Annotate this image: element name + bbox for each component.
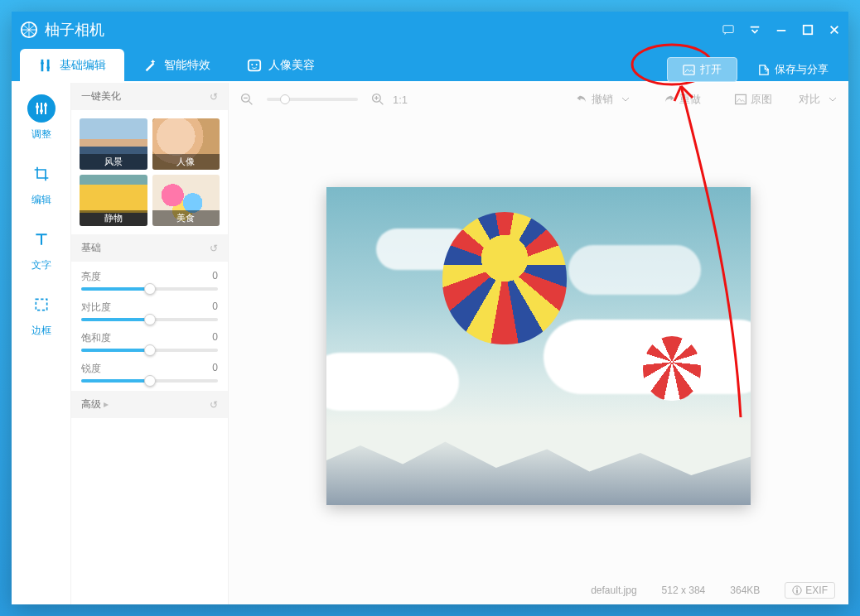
close-icon[interactable] <box>829 24 840 36</box>
open-button[interactable]: 打开 <box>667 57 737 82</box>
preset-food[interactable]: 美食 <box>152 175 220 226</box>
nav-label: 编辑 <box>31 193 51 207</box>
svg-rect-21 <box>797 588 798 589</box>
exif-label: EXIF <box>805 585 828 596</box>
left-nav: 调整 编辑 文字 边框 <box>12 83 71 604</box>
app-logo-icon <box>20 21 38 39</box>
canvas[interactable] <box>229 116 848 576</box>
window-controls <box>722 24 840 36</box>
slider-value: 0 <box>212 362 218 376</box>
svg-rect-4 <box>41 60 44 71</box>
chat-icon[interactable] <box>722 24 734 36</box>
svg-rect-15 <box>36 299 46 310</box>
open-button-label: 打开 <box>700 62 722 77</box>
svg-point-6 <box>41 62 44 65</box>
save-share-label: 保存与分享 <box>775 62 829 77</box>
nav-adjust[interactable]: 调整 <box>27 94 56 142</box>
slider-thumb[interactable] <box>144 375 156 387</box>
original-button[interactable]: 原图 <box>734 92 772 107</box>
svg-point-9 <box>251 64 253 65</box>
undo-button[interactable]: 撤销 <box>575 92 613 107</box>
zoom-out-button[interactable] <box>240 93 254 106</box>
current-image <box>326 187 751 505</box>
nav-edit[interactable]: 编辑 <box>27 160 56 207</box>
section-basic[interactable]: 基础 ↺ <box>71 234 228 262</box>
compare-button[interactable]: 对比 <box>799 92 820 107</box>
exif-button[interactable]: EXIF <box>785 582 835 599</box>
body: 调整 编辑 文字 边框 一键美化 ↺ 风景 人像 <box>12 83 848 604</box>
status-filesize: 364KB <box>730 585 760 596</box>
frame-icon <box>27 291 56 319</box>
slider-label: 饱和度 <box>81 331 111 345</box>
preset-still[interactable]: 静物 <box>80 175 147 226</box>
tab-basic-edit[interactable]: 基础编辑 <box>20 49 124 82</box>
svg-rect-3 <box>804 26 813 35</box>
svg-point-13 <box>40 109 43 113</box>
canvas-area: 1:1 撤销 重做 原图 对比 <box>229 83 848 604</box>
slider-thumb[interactable] <box>144 283 156 295</box>
canvas-toolbar: 1:1 撤销 重做 原图 对比 <box>229 83 848 116</box>
slider-track[interactable] <box>81 349 218 352</box>
tab-smart-effects[interactable]: 智能特效 <box>124 49 229 82</box>
tab-label: 智能特效 <box>164 58 210 73</box>
tab-face-beauty[interactable]: 人像美容 <box>229 49 333 82</box>
slider-label: 锐度 <box>81 362 101 376</box>
nav-label: 文字 <box>31 258 51 272</box>
balloon-illustration <box>643 336 701 401</box>
preset-portrait[interactable]: 人像 <box>152 118 220 170</box>
nav-text[interactable]: 文字 <box>27 225 56 272</box>
svg-point-10 <box>256 64 258 65</box>
status-filename: default.jpg <box>591 585 636 596</box>
basic-sliders: 亮度0 对比度0 饱和度0 锐度0 <box>71 262 228 391</box>
balloon-illustration <box>442 212 567 344</box>
slider-brightness: 亮度0 <box>81 265 218 296</box>
save-share-button[interactable]: 保存与分享 <box>742 57 843 82</box>
app-title: 柚子相机 <box>45 20 722 40</box>
svg-rect-11 <box>684 65 694 74</box>
preset-grid: 风景 人像 静物 美食 <box>71 110 228 234</box>
reset-icon[interactable]: ↺ <box>210 243 218 254</box>
slider-saturation: 饱和度0 <box>81 326 218 357</box>
zoom-ratio-button[interactable]: 1:1 <box>393 94 408 106</box>
sliders-icon <box>27 94 56 123</box>
chevron-right-icon: ▸ <box>104 398 109 410</box>
zoom-slider[interactable] <box>267 98 358 101</box>
svg-rect-5 <box>47 60 50 71</box>
svg-rect-20 <box>797 590 798 593</box>
redo-button[interactable]: 重做 <box>663 92 701 107</box>
slider-label: 亮度 <box>81 270 101 284</box>
undo-history-chevron[interactable] <box>621 95 630 103</box>
slider-thumb[interactable] <box>144 344 156 356</box>
nav-border[interactable]: 边框 <box>27 291 56 338</box>
svg-point-7 <box>46 66 50 70</box>
svg-rect-8 <box>249 60 260 71</box>
dropdown-icon[interactable] <box>749 24 761 36</box>
preset-label: 风景 <box>80 154 147 170</box>
reset-icon[interactable]: ↺ <box>210 91 218 103</box>
app-window: 柚子相机 基础编辑 智能特效 人像美容 打开 保存与分享 <box>12 12 848 604</box>
zoom-in-button[interactable] <box>371 93 384 106</box>
slider-label: 对比度 <box>81 301 111 315</box>
slider-thumb[interactable] <box>144 314 156 325</box>
reset-icon[interactable]: ↺ <box>210 399 218 411</box>
maximize-icon[interactable] <box>802 24 814 36</box>
preset-landscape[interactable]: 风景 <box>80 118 147 170</box>
slider-track[interactable] <box>81 379 218 383</box>
section-title: 基础 <box>81 241 101 255</box>
crop-icon <box>27 160 56 188</box>
zoom-thumb[interactable] <box>280 94 290 104</box>
slider-track[interactable] <box>81 318 218 321</box>
compare-chevron[interactable] <box>829 95 837 103</box>
tab-label: 基础编辑 <box>60 58 106 73</box>
section-one-click[interactable]: 一键美化 ↺ <box>71 83 228 110</box>
slider-contrast: 对比度0 <box>81 296 218 326</box>
status-bar: default.jpg 512 x 384 364KB EXIF <box>229 576 848 604</box>
minimize-icon[interactable] <box>775 24 787 36</box>
section-title: 一键美化 <box>81 89 121 103</box>
svg-point-14 <box>44 103 47 107</box>
slider-track[interactable] <box>81 287 218 291</box>
slider-sharpness: 锐度0 <box>81 357 218 387</box>
preset-label: 静物 <box>80 210 147 226</box>
section-advanced[interactable]: 高级 ▸ ↺ <box>71 391 228 418</box>
slider-value: 0 <box>212 301 218 315</box>
